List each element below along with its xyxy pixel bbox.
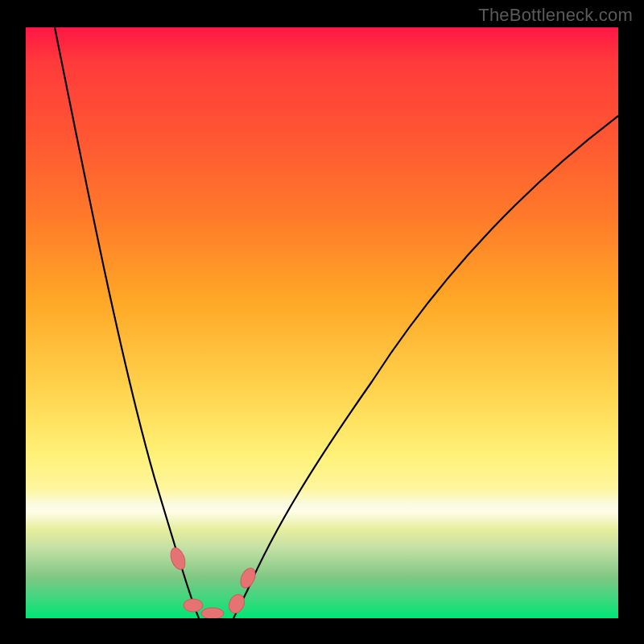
marker-bottom — [201, 608, 224, 618]
plot-area — [26, 27, 618, 618]
curve-markers — [168, 546, 258, 618]
marker-right-upper — [237, 566, 258, 590]
marker-left-lower — [184, 599, 203, 612]
curve-right-branch — [233, 116, 618, 618]
curve-left-branch — [55, 27, 199, 618]
marker-left-upper — [168, 546, 188, 572]
bottleneck-curve — [26, 27, 618, 618]
watermark-text: TheBottleneck.com — [478, 5, 633, 26]
